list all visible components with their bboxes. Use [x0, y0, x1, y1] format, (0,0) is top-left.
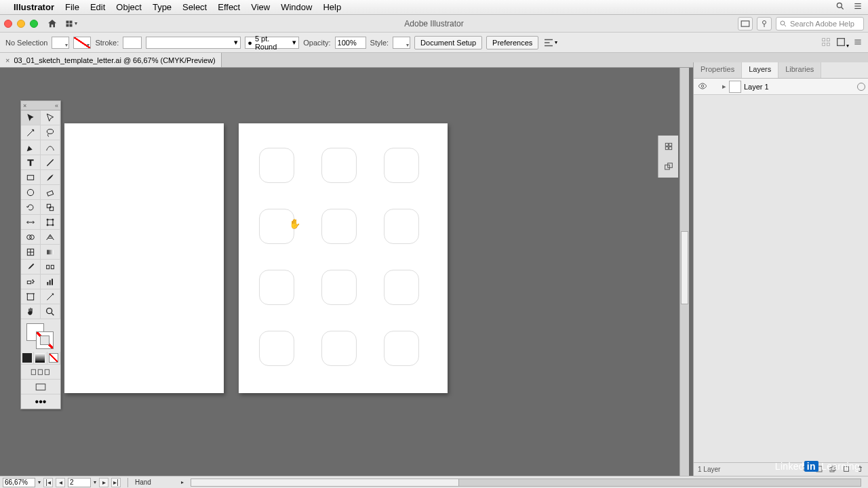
menu-edit[interactable]: Edit: [90, 2, 105, 12]
menu-window[interactable]: Window: [281, 2, 312, 12]
fill-stroke-control[interactable]: [21, 319, 60, 352]
zoom-tool-icon[interactable]: [41, 304, 60, 319]
selection-tool-icon[interactable]: [21, 110, 41, 125]
draw-mode-icon[interactable]: [21, 364, 60, 379]
sketch-cell[interactable]: [259, 209, 294, 244]
color-mode-none-icon[interactable]: [47, 352, 60, 364]
transform-icon[interactable]: ▾: [835, 37, 849, 49]
artboard-2[interactable]: [239, 123, 448, 393]
hand-tool-icon[interactable]: [21, 304, 41, 319]
sketch-cell[interactable]: [384, 148, 419, 183]
mesh-tool-icon[interactable]: [21, 245, 41, 260]
search-help-field[interactable]: Search Adobe Help: [776, 17, 864, 30]
close-tab-icon[interactable]: ×: [5, 56, 9, 64]
pen-tool-icon[interactable]: [21, 140, 41, 155]
arrange-documents-icon[interactable]: ▾: [65, 18, 77, 30]
eraser-tool-icon[interactable]: [41, 185, 60, 200]
edit-toolbar-icon[interactable]: •••: [21, 394, 60, 409]
menu-file[interactable]: File: [65, 2, 79, 12]
paintbrush-tool-icon[interactable]: [41, 170, 60, 185]
magic-wand-tool-icon[interactable]: [21, 125, 41, 140]
panel-menu-icon[interactable]: [853, 37, 863, 48]
disclosure-icon[interactable]: ▸: [722, 82, 726, 91]
lasso-tool-icon[interactable]: [41, 125, 60, 140]
layer-target-icon[interactable]: [857, 83, 865, 91]
menu-effect[interactable]: Effect: [218, 2, 240, 12]
eyedropper-tool-icon[interactable]: [21, 260, 41, 274]
horizontal-scrollbar[interactable]: [191, 479, 861, 487]
sketch-cell[interactable]: [384, 209, 419, 244]
sketch-cell[interactable]: [259, 331, 294, 366]
align-panel-icon[interactable]: [662, 140, 675, 153]
tab-properties[interactable]: Properties: [694, 62, 742, 78]
width-tool-icon[interactable]: [21, 215, 41, 230]
search-adobe-icon[interactable]: [757, 17, 772, 30]
snap-to-pixel-icon[interactable]: [821, 37, 831, 49]
column-graph-tool-icon[interactable]: [41, 274, 60, 289]
sketch-cell[interactable]: [384, 270, 419, 305]
sketch-cell[interactable]: [321, 148, 357, 183]
tab-libraries[interactable]: Libraries: [778, 62, 821, 78]
color-mode-solid-icon[interactable]: [21, 352, 34, 364]
vertical-scrollbar[interactable]: [679, 68, 689, 476]
maximize-window-button[interactable]: [30, 20, 38, 28]
scale-tool-icon[interactable]: [41, 200, 60, 215]
artboard-number-input[interactable]: [68, 478, 91, 487]
screen-mode-icon[interactable]: [21, 379, 60, 394]
menu-type[interactable]: Type: [153, 2, 172, 12]
menu-help[interactable]: Help: [323, 2, 341, 12]
slice-tool-icon[interactable]: [41, 289, 60, 304]
sketch-cell[interactable]: [259, 270, 294, 305]
sketch-cell[interactable]: [321, 331, 357, 366]
gpu-preview-icon[interactable]: [738, 17, 753, 30]
document-setup-button[interactable]: Document Setup: [414, 36, 482, 49]
minimize-window-button[interactable]: [17, 20, 25, 28]
type-tool-icon[interactable]: [21, 155, 41, 170]
close-window-button[interactable]: [4, 20, 12, 28]
document-tab[interactable]: × 03_01_sketch_template_letter.ai @ 66,6…: [0, 53, 222, 67]
tab-layers[interactable]: Layers: [742, 62, 778, 78]
artboard-1[interactable]: [64, 123, 224, 393]
horizontal-scroll-thumb[interactable]: [191, 479, 459, 486]
menu-object[interactable]: Object: [116, 2, 142, 12]
rotate-tool-icon[interactable]: [21, 200, 41, 215]
stroke-color-icon[interactable]: [36, 331, 54, 349]
spotlight-icon[interactable]: [835, 1, 845, 13]
zoom-level-input[interactable]: [3, 478, 35, 487]
sketch-cell[interactable]: [259, 148, 294, 183]
curvature-tool-icon[interactable]: [41, 140, 60, 155]
direct-selection-tool-icon[interactable]: [41, 110, 60, 125]
visibility-toggle-icon[interactable]: [696, 81, 709, 92]
symbol-sprayer-tool-icon[interactable]: [21, 274, 41, 289]
pathfinder-panel-icon[interactable]: [662, 160, 675, 174]
shape-builder-tool-icon[interactable]: [21, 230, 41, 245]
sketch-cell[interactable]: [321, 209, 357, 244]
line-segment-tool-icon[interactable]: [41, 155, 60, 170]
stroke-weight-input[interactable]: [123, 37, 142, 49]
color-mode-gradient-icon[interactable]: [34, 352, 47, 364]
sketch-cell[interactable]: [384, 331, 419, 366]
last-artboard-button[interactable]: ▸|: [111, 478, 121, 487]
brush-definition-select[interactable]: ▾: [146, 37, 241, 49]
prev-artboard-button[interactable]: ◂: [56, 478, 65, 487]
sketch-cell[interactable]: [321, 270, 357, 305]
variable-width-profile-select[interactable]: ● 5 pt. Round ▾: [245, 37, 299, 49]
shaper-tool-icon[interactable]: [21, 185, 41, 200]
menu-select[interactable]: Select: [182, 2, 207, 12]
gradient-tool-icon[interactable]: [41, 245, 60, 260]
blend-tool-icon[interactable]: [41, 260, 60, 274]
layer-row[interactable]: ▸ Layer 1: [694, 79, 868, 95]
stroke-swatch[interactable]: ▾: [73, 37, 91, 49]
graphic-style-swatch[interactable]: ▾: [393, 37, 410, 49]
tools-panel-header[interactable]: ×«: [21, 101, 60, 110]
artboard-tool-icon[interactable]: [21, 289, 41, 304]
preferences-button[interactable]: Preferences: [486, 36, 538, 49]
first-artboard-button[interactable]: |◂: [43, 478, 53, 487]
free-transform-tool-icon[interactable]: [41, 215, 60, 230]
align-icon[interactable]: ▾: [542, 37, 557, 48]
vertical-scroll-thumb[interactable]: [681, 231, 688, 304]
menu-view[interactable]: View: [251, 2, 270, 12]
menu-extras-icon[interactable]: [853, 1, 863, 13]
next-artboard-button[interactable]: ▸: [99, 478, 108, 487]
perspective-grid-tool-icon[interactable]: [41, 230, 60, 245]
